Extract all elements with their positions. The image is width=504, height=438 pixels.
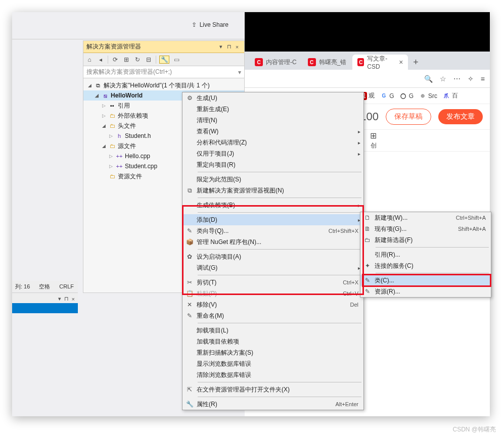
remove-icon: ✕: [182, 301, 197, 308]
filter-icon: 🗀: [360, 236, 375, 244]
ctx-properties[interactable]: 🔧属性(R)Alt+Enter: [182, 399, 363, 410]
overflow-icon[interactable]: ≡: [481, 75, 485, 83]
create-tool[interactable]: ⊞创: [370, 131, 377, 150]
ctx-show-db-err[interactable]: 显示浏览数据库错误: [182, 358, 363, 369]
status-bar: 列: 16 空格 CRLF: [12, 281, 78, 292]
sub-connected[interactable]: ✦连接的服务(C): [360, 260, 491, 271]
sync-icon[interactable]: ⟳: [111, 56, 119, 64]
ctx-paste: 📋粘贴(P)Ctrl+V: [182, 288, 363, 299]
ctx-nuget[interactable]: 📦管理 NuGet 程序包(N)...: [182, 236, 363, 248]
sub-reference[interactable]: 引用(R)...: [360, 249, 491, 260]
preview-icon[interactable]: ▭: [172, 56, 180, 64]
status-column: 列: 16: [15, 283, 30, 290]
ctx-build[interactable]: ⚙生成(U): [182, 92, 363, 104]
cpp-file-icon: ++: [115, 152, 123, 160]
sub-resource[interactable]: ✎资源(R)...: [360, 286, 491, 297]
ctx-project-only[interactable]: 仅用于项目(J): [182, 148, 363, 159]
ctx-scope[interactable]: 限定为此范围(S): [182, 174, 363, 185]
pin-icon[interactable]: ⊓: [225, 43, 233, 50]
ctx-clean[interactable]: 清理(N): [182, 115, 363, 126]
solution-node[interactable]: ⧉解决方案"HelloWorld"(1 个项目/共 1 个): [83, 80, 244, 90]
new-item-icon: 🗋: [360, 214, 375, 221]
h-file-icon: h: [115, 132, 123, 140]
paste-icon: 📋: [182, 290, 197, 297]
sub-existing-item[interactable]: 🗎现有项(G)...Shift+Alt+A: [360, 223, 491, 234]
share-icon: ⇪: [192, 21, 197, 28]
ctx-cut[interactable]: ✂剪切(T)Ctrl+X: [182, 277, 363, 288]
connected-icon: ✦: [360, 262, 375, 269]
existing-item-icon: 🗎: [360, 225, 375, 232]
ctx-build-deps[interactable]: 生成依赖项(B): [182, 200, 363, 211]
new-tab-button[interactable]: +: [409, 55, 423, 70]
wizard-icon: ✎: [182, 227, 197, 234]
ctx-new-sln-view[interactable]: ⧉新建解决方案资源管理器视图(N): [182, 185, 363, 196]
startup-icon: ✿: [182, 253, 197, 260]
extension-icon[interactable]: ✧: [468, 75, 474, 83]
ctx-rescan[interactable]: 重新扫描解决方案(S): [182, 347, 363, 358]
solution-icon: ⧉: [94, 81, 102, 89]
sub-class[interactable]: ✎类(C)...: [360, 275, 491, 286]
ctx-debug[interactable]: 调试(G): [182, 262, 363, 273]
menu-dots-icon[interactable]: ⋯: [453, 75, 461, 83]
ctx-analyze[interactable]: 分析和代码清理(Z): [182, 137, 363, 148]
dropdown-icon[interactable]: ▾: [58, 296, 61, 302]
class-icon: ✎: [360, 277, 375, 284]
folder-icon: 🗀: [108, 172, 116, 180]
browser-tab-3[interactable]: C写文章-CSD×: [352, 55, 408, 70]
save-draft-button[interactable]: 保存草稿: [386, 109, 431, 125]
project-icon: ⧅: [101, 91, 109, 100]
star-icon[interactable]: ☆: [440, 75, 446, 83]
show-all-icon[interactable]: ⊞: [122, 56, 130, 64]
browser-tab-2[interactable]: C韩曙亮_错: [303, 55, 352, 70]
project-context-menu: ⚙生成(U) 重新生成(E) 清理(N) 查看(W) 分析和代码清理(Z) 仅用…: [182, 92, 364, 410]
status-crlf: CRLF: [59, 283, 74, 289]
solution-explorer-title: 解决方案资源管理器 ▾ ⊓ ×: [83, 41, 244, 53]
zoom-icon[interactable]: 🔍: [424, 75, 433, 83]
vs-toolbar: ⇪Live Share: [12, 12, 245, 39]
ctx-class-wizard[interactable]: ✎类向导(Q)...Ctrl+Shift+X: [182, 225, 363, 236]
ctx-load-deps[interactable]: 加载项目依赖项: [182, 336, 363, 347]
properties-icon[interactable]: 🔧: [159, 56, 169, 64]
ctx-remove[interactable]: ✕移除(V)Del: [182, 299, 363, 310]
browser-addressbar-right: 🔍 ☆ ⋯ ✧ ≡: [245, 70, 490, 88]
references-icon: ▪▪: [108, 102, 116, 110]
folder-icon: 🗀: [108, 142, 116, 150]
nuget-icon: 📦: [182, 238, 197, 246]
resource-icon: ✎: [360, 288, 375, 295]
home-icon[interactable]: ⌂: [85, 56, 94, 64]
folder-icon: 🗀: [108, 122, 116, 130]
refresh-icon[interactable]: ↻: [133, 56, 142, 64]
close-icon[interactable]: ×: [72, 296, 75, 302]
sub-new-item[interactable]: 🗋新建项(W)...Ctrl+Shift+A: [360, 212, 491, 223]
back-icon[interactable]: ◂: [97, 56, 105, 64]
ctx-clear-db-err[interactable]: 清除浏览数据库错误: [182, 369, 363, 380]
watermark: CSDN @韩曙亮: [452, 425, 496, 434]
browser-tab-1[interactable]: C内容管理-C: [250, 55, 302, 70]
new-view-icon: ⧉: [182, 187, 197, 194]
build-icon: ⚙: [182, 94, 197, 102]
rename-icon: ✎: [182, 312, 197, 319]
ctx-add[interactable]: 添加(D): [182, 214, 363, 225]
live-share-button[interactable]: ⇪Live Share: [192, 21, 228, 28]
dropdown-icon[interactable]: ▾: [217, 43, 225, 50]
ctx-rename[interactable]: ✎重命名(M): [182, 310, 363, 321]
ctx-unload[interactable]: 卸载项目(L): [182, 325, 363, 336]
folder-icon: 🗀: [108, 112, 116, 120]
ctx-view[interactable]: 查看(W): [182, 126, 363, 137]
blue-statusbar: [12, 303, 78, 313]
close-icon[interactable]: ×: [399, 58, 403, 66]
ctx-rebuild[interactable]: 重新生成(E): [182, 104, 363, 115]
ctx-open-explorer[interactable]: ⇱在文件资源管理器中打开文件夹(X): [182, 384, 363, 395]
publish-button[interactable]: 发布文章: [438, 109, 483, 124]
status-spaces: 空格: [39, 283, 50, 290]
collapse-icon[interactable]: ⊟: [145, 56, 153, 64]
add-submenu: 🗋新建项(W)...Ctrl+Shift+A 🗎现有项(G)...Shift+A…: [360, 212, 491, 298]
ctx-retarget[interactable]: 重定向项目(R): [182, 159, 363, 170]
solution-explorer-search[interactable]: 搜索解决方案资源管理器(Ctrl+;) ▾: [83, 66, 244, 78]
close-icon[interactable]: ×: [233, 44, 241, 50]
search-dropdown-icon[interactable]: ▾: [238, 69, 241, 76]
ctx-startup[interactable]: ✿设为启动项目(A): [182, 251, 363, 262]
sub-new-filter[interactable]: 🗀新建筛选器(F): [360, 234, 491, 246]
wrench-icon: 🔧: [182, 401, 197, 408]
pin-icon[interactable]: ⊓: [64, 296, 69, 302]
